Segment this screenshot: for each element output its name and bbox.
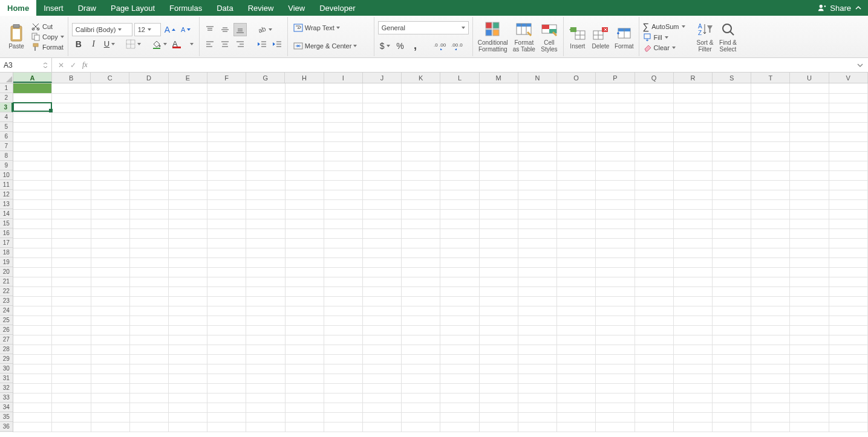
cell-K21[interactable] bbox=[402, 277, 440, 286]
cell-S29[interactable] bbox=[712, 354, 751, 364]
cell-K12[interactable] bbox=[402, 190, 440, 199]
tab-view[interactable]: View bbox=[281, 0, 312, 16]
cell-P34[interactable] bbox=[596, 403, 635, 412]
cell-C3[interactable] bbox=[91, 103, 129, 112]
cell-M24[interactable] bbox=[479, 306, 518, 316]
cell-E22[interactable] bbox=[169, 286, 207, 296]
cell-E18[interactable] bbox=[169, 248, 207, 257]
cell-C9[interactable] bbox=[91, 161, 129, 170]
cell-N27[interactable] bbox=[518, 335, 556, 345]
cell-D33[interactable] bbox=[129, 393, 168, 403]
cell-R33[interactable] bbox=[673, 393, 712, 403]
cell-F29[interactable] bbox=[207, 354, 246, 364]
cell-S36[interactable] bbox=[712, 422, 751, 432]
column-header-R[interactable]: R bbox=[674, 73, 713, 83]
cell-R23[interactable] bbox=[673, 296, 712, 306]
cell-O20[interactable] bbox=[557, 267, 596, 277]
align-bottom-button[interactable] bbox=[233, 23, 247, 36]
cell-C17[interactable] bbox=[91, 238, 129, 248]
row-header-28[interactable]: 28 bbox=[0, 345, 13, 354]
cell-S28[interactable] bbox=[712, 345, 751, 354]
cell-S5[interactable] bbox=[712, 122, 751, 132]
cell-L16[interactable] bbox=[440, 228, 479, 238]
cell-V33[interactable] bbox=[829, 393, 867, 403]
cell-P6[interactable] bbox=[596, 132, 635, 141]
cell-C20[interactable] bbox=[91, 267, 129, 277]
cell-C29[interactable] bbox=[91, 354, 129, 364]
cell-Q25[interactable] bbox=[635, 316, 673, 325]
cell-J29[interactable] bbox=[363, 354, 402, 364]
cell-F12[interactable] bbox=[207, 190, 246, 199]
cell-V36[interactable] bbox=[829, 422, 867, 432]
column-header-A[interactable]: A bbox=[13, 73, 52, 83]
cell-Q19[interactable] bbox=[635, 257, 673, 267]
cell-T23[interactable] bbox=[751, 296, 790, 306]
cell-T3[interactable] bbox=[751, 103, 790, 112]
cell-T28[interactable] bbox=[751, 345, 790, 354]
cell-M34[interactable] bbox=[479, 403, 518, 412]
cell-N6[interactable] bbox=[518, 132, 556, 141]
cell-F8[interactable] bbox=[207, 151, 246, 161]
cell-V13[interactable] bbox=[829, 199, 867, 209]
cell-K13[interactable] bbox=[402, 199, 440, 209]
cell-N26[interactable] bbox=[518, 325, 556, 335]
cell-A11[interactable] bbox=[13, 180, 52, 190]
cell-E25[interactable] bbox=[169, 316, 207, 325]
cell-L7[interactable] bbox=[440, 141, 479, 151]
cell-K6[interactable] bbox=[402, 132, 440, 141]
cell-P30[interactable] bbox=[596, 364, 635, 374]
cell-M28[interactable] bbox=[479, 345, 518, 354]
cell-I8[interactable] bbox=[324, 151, 362, 161]
cell-H19[interactable] bbox=[285, 257, 324, 267]
cell-I35[interactable] bbox=[324, 412, 362, 422]
cell-M12[interactable] bbox=[479, 190, 518, 199]
cell-E17[interactable] bbox=[169, 238, 207, 248]
cell-U1[interactable] bbox=[790, 83, 829, 93]
font-size-select[interactable]: 12 bbox=[134, 23, 161, 36]
cell-O7[interactable] bbox=[557, 141, 596, 151]
cell-R36[interactable] bbox=[673, 422, 712, 432]
cell-A30[interactable] bbox=[13, 364, 52, 374]
cell-P36[interactable] bbox=[596, 422, 635, 432]
cell-E1[interactable] bbox=[169, 83, 207, 93]
cell-N1[interactable] bbox=[518, 83, 556, 93]
cell-I32[interactable] bbox=[324, 383, 362, 393]
cell-F19[interactable] bbox=[207, 257, 246, 267]
cell-B17[interactable] bbox=[52, 238, 91, 248]
cell-O12[interactable] bbox=[557, 190, 596, 199]
select-all-corner[interactable] bbox=[0, 73, 13, 83]
cell-C25[interactable] bbox=[91, 316, 129, 325]
row-header-23[interactable]: 23 bbox=[0, 296, 13, 306]
format-painter-button[interactable]: Format bbox=[31, 43, 64, 51]
cell-P4[interactable] bbox=[596, 112, 635, 122]
name-box[interactable]: A3 bbox=[0, 58, 52, 72]
cell-B4[interactable] bbox=[52, 112, 91, 122]
cell-H28[interactable] bbox=[285, 345, 324, 354]
cell-L29[interactable] bbox=[440, 354, 479, 364]
cell-J24[interactable] bbox=[363, 306, 402, 316]
cell-C24[interactable] bbox=[91, 306, 129, 316]
cell-J25[interactable] bbox=[363, 316, 402, 325]
cell-E35[interactable] bbox=[169, 412, 207, 422]
cell-C12[interactable] bbox=[91, 190, 129, 199]
cell-O27[interactable] bbox=[557, 335, 596, 345]
cell-U30[interactable] bbox=[790, 364, 829, 374]
cell-E19[interactable] bbox=[169, 257, 207, 267]
cell-M6[interactable] bbox=[479, 132, 518, 141]
cell-H35[interactable] bbox=[285, 412, 324, 422]
cell-J16[interactable] bbox=[363, 228, 402, 238]
cell-J34[interactable] bbox=[363, 403, 402, 412]
cell-A16[interactable] bbox=[13, 228, 52, 238]
cell-L12[interactable] bbox=[440, 190, 479, 199]
cell-P33[interactable] bbox=[596, 393, 635, 403]
cell-S32[interactable] bbox=[712, 383, 751, 393]
cell-J28[interactable] bbox=[363, 345, 402, 354]
cell-O14[interactable] bbox=[557, 209, 596, 219]
cell-F28[interactable] bbox=[207, 345, 246, 354]
cell-L31[interactable] bbox=[440, 374, 479, 383]
cell-C21[interactable] bbox=[91, 277, 129, 286]
cell-B16[interactable] bbox=[52, 228, 91, 238]
increase-indent-button[interactable] bbox=[270, 37, 284, 51]
cell-T20[interactable] bbox=[751, 267, 790, 277]
cell-H22[interactable] bbox=[285, 286, 324, 296]
